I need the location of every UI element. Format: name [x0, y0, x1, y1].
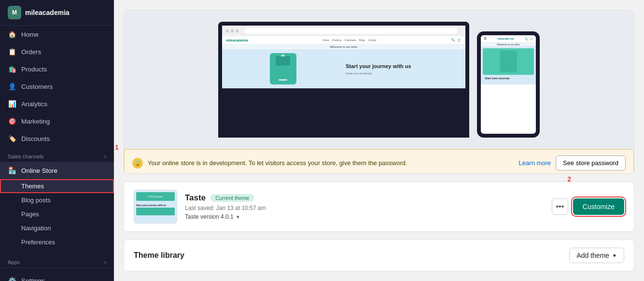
sidebar-item-themes[interactable]: Themes — [0, 179, 114, 193]
mobile-device: ☰ mileacade mia 🔍 🛒 Welcome to our store… — [477, 31, 540, 138]
mobile-hero: Start your journey — [481, 46, 536, 84]
sidebar-item-products[interactable]: 🛍️ Products — [0, 60, 114, 78]
mobile-backpack-shape — [500, 51, 517, 72]
desktop-device: mileacademia Home Products Collections B… — [218, 22, 469, 138]
browser-dot-2 — [231, 29, 234, 32]
mobile-search-icon: 🔍 — [525, 37, 528, 41]
desktop-nav-links: Home Products Collections Blogs Contact — [322, 39, 376, 42]
theme-name-row: Taste Current theme — [185, 193, 544, 203]
mobile-content: ☰ mileacade mia 🔍 🛒 Welcome to our store… — [481, 35, 536, 134]
add-theme-button[interactable]: Add theme ▼ — [569, 248, 624, 263]
customers-icon: 👤 — [8, 82, 16, 91]
sidebar: M mileacademia 🏠 Home 📋 Orders 🛍️ Produc… — [0, 0, 114, 281]
mobile-hero-text: Start your journey — [483, 75, 534, 83]
browser-dot-1 — [226, 29, 229, 32]
desktop-logo: mileacademia — [226, 39, 248, 42]
customize-button[interactable]: Customize — [573, 198, 624, 215]
sidebar-item-blog-posts[interactable]: Blog posts — [0, 193, 114, 207]
main-content: mileacademia Home Products Collections B… — [114, 0, 644, 281]
current-theme-card: E EComposer Start your journey with us T… — [124, 182, 634, 232]
theme-library-title: Theme library — [134, 251, 184, 260]
sidebar-header: M mileacademia — [0, 0, 114, 26]
chevron-right-icon: › — [104, 153, 106, 160]
annotation-label-2: 2 — [567, 175, 571, 183]
sidebar-bottom: ⚙️ Settings — [0, 267, 114, 281]
theme-thumbnail: E EComposer Start your journey with us — [134, 190, 177, 224]
add-theme-chevron-icon: ▼ — [612, 253, 617, 258]
mobile-menu-icon: ☰ — [484, 37, 487, 41]
browser-bar — [222, 26, 465, 36]
hero-product — [226, 53, 340, 84]
sidebar-item-orders[interactable]: 📋 Orders — [0, 43, 114, 60]
sidebar-item-settings[interactable]: ⚙️ Settings — [0, 272, 114, 281]
home-icon: 🏠 — [8, 30, 16, 39]
sidebar-item-marketing[interactable]: 🎯 Marketing — [0, 112, 114, 130]
cart-icon: 🛒 — [457, 38, 462, 42]
backpack-top — [276, 56, 290, 66]
thumb-text: Start your journey with us — [134, 203, 177, 208]
settings-icon: ⚙️ — [8, 276, 16, 281]
nav-link-blogs: Blogs — [359, 39, 365, 42]
more-options-button[interactable]: ••• — [552, 198, 568, 215]
learn-more-link[interactable]: Learn more — [519, 159, 551, 167]
welcome-banner: Welcome to our store — [222, 44, 465, 49]
theme-actions: ••• Customize — [552, 198, 624, 215]
discounts-icon: 🏷️ — [8, 134, 16, 143]
thumb-content: E EComposer Start your journey with us — [134, 190, 177, 223]
dev-banner: 🔒 Your online store is in development. T… — [124, 149, 634, 174]
lock-icon: 🔒 — [132, 158, 143, 169]
mobile-backpack-image — [483, 48, 534, 75]
theme-version[interactable]: Taste version 4.0.1 ▼ — [185, 213, 544, 220]
sales-channels-section[interactable]: Sales channels › — [0, 147, 114, 162]
mobile-logo: mileacade mia — [497, 37, 514, 40]
desktop-hero: Start your journey with us Create your o… — [222, 49, 465, 88]
theme-name: Taste — [185, 193, 206, 203]
sidebar-item-navigation[interactable]: Navigation — [0, 221, 114, 235]
mobile-nav: ☰ mileacade mia 🔍 🛒 — [481, 35, 536, 42]
sidebar-item-discounts[interactable]: 🏷️ Discounts — [0, 130, 114, 147]
theme-details: Taste Current theme Last saved: Jan 13 a… — [185, 193, 544, 220]
sidebar-item-home[interactable]: 🏠 Home — [0, 26, 114, 43]
nav-link-products: Products — [332, 39, 342, 42]
hero-text: Start your journey with us Create your o… — [344, 53, 462, 84]
mobile-welcome: Welcome to our store — [481, 42, 536, 46]
current-theme-badge: Current theme — [210, 194, 254, 202]
sidebar-item-analytics[interactable]: 📊 Analytics — [0, 95, 114, 112]
see-password-button[interactable]: See store password — [556, 155, 626, 170]
store-name[interactable]: M mileacademia — [8, 6, 106, 19]
backpack-handle — [281, 55, 285, 56]
store-icon: M — [8, 6, 21, 19]
browser-dot-3 — [236, 29, 238, 32]
products-icon: 🛍️ — [8, 65, 16, 73]
mobile-cart-icon: 🛒 — [530, 37, 533, 41]
thumb-logo: E EComposer — [148, 195, 163, 198]
version-dropdown-icon: ▼ — [236, 214, 240, 220]
annotation-label-1: 1 — [115, 143, 119, 151]
sidebar-item-pages[interactable]: Pages — [0, 207, 114, 221]
nav-link-home: Home — [322, 39, 329, 42]
preview-images: mileacademia Home Products Collections B… — [124, 10, 634, 149]
main-nav: 🏠 Home 📋 Orders 🛍️ Products 👤 Customers … — [0, 26, 114, 147]
theme-saved-text: Last saved: Jan 13 at 10:57 am — [185, 205, 544, 211]
apps-chevron-icon: › — [104, 259, 106, 266]
sidebar-item-customers[interactable]: 👤 Customers — [0, 78, 114, 95]
online-store-icon: 🏪 — [8, 166, 16, 175]
nav-link-contact: Contact — [368, 39, 376, 42]
backpack-strap — [279, 79, 287, 81]
backpack-image — [270, 53, 296, 84]
orders-icon: 📋 — [8, 47, 16, 56]
hero-title: Start your journey with us — [346, 63, 460, 70]
thumb-img — [136, 208, 175, 215]
sidebar-item-preferences[interactable]: Preferences — [0, 235, 114, 249]
analytics-icon: 📊 — [8, 99, 16, 108]
nav-icons: 🔍 🛒 — [451, 38, 462, 42]
search-icon: 🔍 — [451, 38, 455, 42]
sidebar-item-online-store[interactable]: 🏪 Online Store — [0, 162, 114, 179]
theme-library-section: Theme library Add theme ▼ — [124, 239, 634, 271]
store-content-desktop: mileacademia Home Products Collections B… — [222, 36, 465, 88]
marketing-icon: 🎯 — [8, 117, 16, 126]
apps-section[interactable]: Apps › — [0, 253, 114, 267]
hero-subtitle: Create your own lifestyle — [346, 72, 460, 75]
nav-link-collections: Collections — [344, 39, 356, 42]
mobile-nav-icons: 🔍 🛒 — [525, 37, 533, 41]
